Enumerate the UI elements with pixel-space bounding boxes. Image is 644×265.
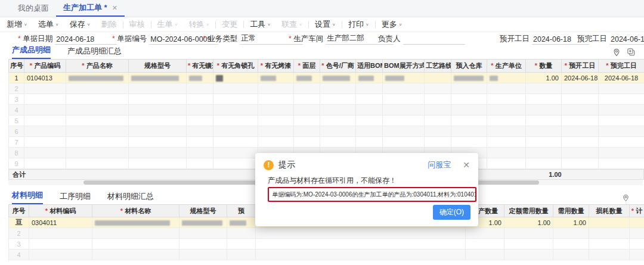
planned-finish-cell[interactable]: 2024-06-18 <box>599 73 644 83</box>
baking-paint-cell[interactable] <box>258 73 294 83</box>
col-color-vendor[interactable]: 色号/厂商 <box>320 60 356 73</box>
redacted-value <box>490 76 498 81</box>
col-quantity[interactable]: 数量 <box>526 60 562 73</box>
col-product-name[interactable]: 产品名称 <box>66 60 129 73</box>
tab-production-order[interactable]: 生产加工单 * ✕ <box>56 0 125 17</box>
tab-material-detail[interactable]: 材料明细 <box>12 190 43 204</box>
add-window-icon[interactable] <box>627 48 636 57</box>
col-material-code[interactable]: 材料编码 <box>29 205 92 217</box>
workshop-label: 生产车间 <box>289 34 323 45</box>
tab-material-summary[interactable]: 材料明细汇总 <box>107 191 154 204</box>
toolbar-convert-button: 转换∨ <box>183 19 215 30</box>
col-process-route[interactable]: 工艺路线 <box>425 60 451 73</box>
product-name-cell[interactable] <box>66 73 129 83</box>
doc-date-input[interactable]: 2024-06-18 <box>55 35 117 45</box>
warning-dialog: ! 提示 问服宝 ✕ 产成品与材料存在循环引用，不能保存！ 单据编码为:MO-2… <box>255 153 478 226</box>
material-name-cell[interactable] <box>92 217 179 228</box>
warehouse-cell[interactable] <box>451 73 487 83</box>
redacted-value <box>296 76 312 81</box>
col-spec[interactable]: 规格型号 <box>129 60 187 73</box>
col-loss-qty[interactable]: 损耗数量 <box>589 205 630 217</box>
annotation-red-box: 单据编码为:MO-2024-03-0006的生产加工单的产品为:0304011,… <box>268 187 476 202</box>
col-corner-lock-hole[interactable]: 有无角锁孔 <box>213 60 258 73</box>
locate-pin-icon[interactable] <box>622 194 630 202</box>
quantity-cell[interactable]: 1.00 <box>526 73 562 83</box>
material-code-cell[interactable]: 0304011 <box>29 217 92 228</box>
col-clipped[interactable]: 预 <box>227 205 256 217</box>
toolbar-separator <box>308 21 309 28</box>
close-icon[interactable]: ✕ <box>463 160 470 170</box>
toolbar-tools-button[interactable]: 工具∨ <box>244 19 276 30</box>
product-code-cell[interactable]: 0104013 <box>24 73 66 83</box>
col-planned-finish[interactable]: 预完工日 <box>599 60 644 73</box>
col-bom-expand-mode[interactable]: BOM展开方式 <box>383 60 425 73</box>
app-window: 我的桌面 生产加工单 * ✕ 新增∨ 选单∨ 保存∨ 删除 审核 生单∨ 转换∨… <box>0 0 644 265</box>
toolbar-settings-button[interactable]: 设置∨ <box>309 19 341 30</box>
tab-process-detail[interactable]: 工序明细 <box>60 191 91 204</box>
planned-start-label: 预开工日 <box>500 34 530 45</box>
col-edge-banding[interactable]: 有无镶边 <box>187 60 213 73</box>
finished-goods-header-row: 序号 产品编码 产品名称 规格型号 有无镶边 有无角锁孔 有无烤漆 面层 色号/… <box>9 60 644 73</box>
toolbar-save-button[interactable]: 保存∨ <box>64 19 96 30</box>
quota-required-qty-cell[interactable]: 1.00 <box>504 217 553 228</box>
col-required-qty[interactable]: 需用数量 <box>553 205 589 217</box>
col-seq[interactable]: 序号 <box>9 60 24 73</box>
material-spec-cell[interactable] <box>179 217 227 228</box>
col-quota-required-qty[interactable]: 定额需用数量 <box>504 205 553 217</box>
surface-layer-cell[interactable] <box>294 73 320 83</box>
bom-expand-mode-cell[interactable] <box>383 73 425 83</box>
edge-banding-cell[interactable] <box>187 73 213 83</box>
col-spec[interactable]: 规格型号 <box>179 205 227 217</box>
process-route-cell[interactable] <box>425 73 451 83</box>
tab-finished-goods-detail[interactable]: 产成品明细 <box>12 45 51 59</box>
clipped-cell[interactable] <box>227 217 256 228</box>
redacted-value <box>323 76 350 81</box>
spec-cell[interactable] <box>129 73 187 83</box>
col-material-name[interactable]: 材料名称 <box>92 205 179 217</box>
planned-finish-input[interactable]: 2024-06-18 <box>609 35 644 45</box>
product-row[interactable]: 1 0104013 1.00 2024-06-18 2024-06-18 <box>9 73 644 83</box>
grid-toolbar-icons <box>612 48 636 57</box>
toolbar-select-order-button[interactable]: 选单∨ <box>33 19 64 30</box>
person-in-charge-input[interactable] <box>403 43 465 45</box>
planned-start-cell[interactable]: 2024-06-18 <box>562 73 599 83</box>
col-production-unit[interactable]: 生产单位 <box>487 60 526 73</box>
col-planned-start[interactable]: 预开工日 <box>562 60 599 73</box>
col-baking-paint[interactable]: 有无烤漆 <box>258 60 294 73</box>
unit-cell[interactable] <box>630 217 644 228</box>
toolbar-separator <box>215 21 216 28</box>
field-planned-start: 预开工日 2024-06-18 <box>500 32 589 45</box>
field-planned-finish: 预完工日 2024-06-18 <box>577 32 644 45</box>
locate-pin-icon[interactable] <box>612 48 621 57</box>
col-applicable-bom[interactable]: 适用BOM <box>356 60 383 73</box>
tab-finished-goods-summary[interactable]: 产成品明细汇总 <box>67 46 122 59</box>
doc-number-label: 单据编号 <box>112 34 147 45</box>
dialog-footer: 确定(O) <box>433 205 470 220</box>
close-tab-icon[interactable]: ✕ <box>112 4 117 12</box>
col-product-code[interactable]: 产品编码 <box>24 60 66 73</box>
help-link[interactable]: 问服宝 <box>428 160 451 170</box>
col-seq[interactable]: 序号 <box>9 205 29 217</box>
detail-expand-icon[interactable]: 亘 <box>9 217 29 228</box>
toolbar-more-button[interactable]: 更多∨ <box>376 19 408 30</box>
production-unit-cell[interactable] <box>487 73 526 83</box>
toolbar-audit-button: 审核 <box>124 19 150 30</box>
finished-goods-tabs: 产成品明细 产成品明细汇总 <box>0 46 122 59</box>
tab-my-desktop[interactable]: 我的桌面 <box>11 0 56 17</box>
empty-product-row: 2 <box>9 83 644 94</box>
order-header-form: 单据日期 2024-06-18 单据编号 MO-2024-06-0009 业务类… <box>0 32 644 46</box>
empty-material-row: 3 <box>9 239 644 250</box>
toolbar-add-button[interactable]: 新增∨ <box>1 19 33 30</box>
loss-qty-cell[interactable] <box>589 217 630 228</box>
color-vendor-cell[interactable] <box>320 73 356 83</box>
confirm-button[interactable]: 确定(O) <box>433 205 470 220</box>
toolbar-print-button[interactable]: 打印∨ <box>343 19 374 30</box>
corner-lock-hole-cell[interactable] <box>213 73 258 83</box>
col-surface-layer[interactable]: 面层 <box>294 60 320 73</box>
toolbar-generate-button: 生单∨ <box>152 19 184 30</box>
required-qty-cell[interactable]: 1.00 <box>553 217 589 228</box>
col-unit-clipped[interactable]: 计 <box>630 205 644 217</box>
planned-finish-label: 预完工日 <box>577 34 607 45</box>
applicable-bom-cell[interactable] <box>356 73 383 83</box>
col-warehouse[interactable]: 预入仓库 <box>451 60 487 73</box>
